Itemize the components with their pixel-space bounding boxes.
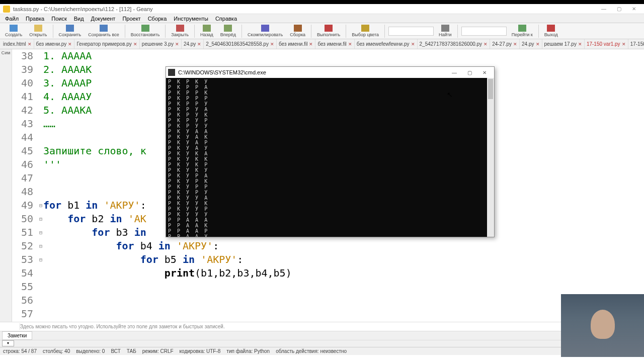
tab-2_542717837381626000.py[interactable]: 2_542717837381626000.py✕: [418, 39, 491, 49]
tab-без имени.fil[interactable]: без имени.fil✕: [277, 39, 315, 49]
tab-close-icon[interactable]: ✕: [133, 42, 137, 47]
fold-marker[interactable]: [38, 117, 43, 131]
code-line[interactable]: Запишите слово, к: [43, 144, 146, 158]
toolbar-input[interactable]: [461, 27, 507, 36]
tab-close-icon[interactable]: ✕: [484, 42, 488, 47]
tab-решение 3.py[interactable]: решение 3.py✕: [140, 39, 182, 49]
toolbar-Сохранить[interactable]: Сохранить: [56, 24, 85, 39]
menu-Инструменты[interactable]: Инструменты: [171, 15, 211, 23]
tab-close-icon[interactable]: ✕: [197, 42, 201, 47]
symbols-sidebar[interactable]: Сим: [0, 49, 12, 322]
cmd-maximize[interactable]: ▢: [462, 67, 477, 77]
toolbar-Закрыть[interactable]: Закрыть: [168, 24, 192, 39]
fold-marker[interactable]: ⊟: [38, 199, 43, 212]
tab-close-icon[interactable]: ✕: [348, 42, 352, 47]
tab-без имени.py[interactable]: без имени.py✕: [34, 39, 75, 49]
menu-Поиск[interactable]: Поиск: [48, 15, 69, 23]
fold-marker[interactable]: ⊟: [38, 226, 43, 239]
tab-index.html[interactable]: index.html✕: [1, 39, 34, 49]
code-line[interactable]: 3. ААААР: [43, 76, 92, 90]
tab-без имеwefewfewни.py[interactable]: без имеwefewfewни.py✕: [355, 39, 418, 49]
code-line[interactable]: 2. ААААК: [43, 63, 92, 76]
toolbar-Сборка[interactable]: Сборка: [287, 24, 308, 39]
cmd-minimize[interactable]: —: [447, 67, 462, 77]
fold-marker[interactable]: [38, 90, 43, 104]
fold-marker[interactable]: ⊟: [38, 253, 43, 266]
fold-marker[interactable]: ⊟: [38, 239, 43, 253]
maximize-button[interactable]: ▢: [612, 5, 626, 13]
menu-Вид[interactable]: Вид: [71, 15, 87, 23]
fold-marker[interactable]: [38, 158, 43, 171]
fold-marker[interactable]: [38, 144, 43, 158]
cmd-scrollbar[interactable]: [487, 78, 494, 237]
toolbar-Перейти к[interactable]: Перейти к: [509, 24, 536, 39]
notes-tab[interactable]: Заметки: [2, 331, 32, 340]
tab-close-icon[interactable]: ✕: [68, 42, 72, 47]
menu-Документ[interactable]: Документ: [88, 15, 119, 23]
tab-24-27.py[interactable]: 24-27.py✕: [490, 39, 520, 49]
fold-marker[interactable]: [38, 294, 43, 307]
code-line[interactable]: for b1 in 'АКРУ':: [43, 199, 146, 212]
code-line[interactable]: for b4 in 'АКРУ':: [43, 239, 219, 253]
fold-marker[interactable]: [38, 63, 43, 76]
fold-marker[interactable]: [38, 131, 43, 144]
fold-marker[interactable]: [38, 280, 43, 294]
code-line[interactable]: 5. АААКА: [43, 104, 92, 117]
fold-marker[interactable]: [38, 49, 43, 63]
code-line[interactable]: 1. ААААА: [43, 49, 92, 63]
tab-close-icon[interactable]: ✕: [513, 42, 517, 47]
scribble-area[interactable]: Здесь можно писать что угодно. Используй…: [0, 322, 644, 331]
tab-close-icon[interactable]: ✕: [578, 42, 582, 47]
tab-close-icon[interactable]: ✕: [175, 42, 179, 47]
menu-Справка[interactable]: Справка: [212, 15, 240, 23]
cmd-title-bar[interactable]: C:\WINDOWS\SYSTEM32\cmd.exe — ▢ ✕: [166, 67, 494, 78]
toolbar-Сохранить все[interactable]: Сохранить все: [85, 24, 122, 39]
fold-marker[interactable]: ⊟: [38, 212, 43, 226]
toolbar-Открыть[interactable]: Открыть: [26, 24, 50, 39]
toolbar-Выбор цвета[interactable]: Выбор цвета: [349, 24, 382, 39]
fold-marker[interactable]: [38, 104, 43, 117]
tab-close-icon[interactable]: ✕: [536, 42, 540, 47]
fold-marker[interactable]: [38, 171, 43, 185]
code-line[interactable]: for b5 in 'АКРУ':: [43, 253, 243, 266]
minimize-button[interactable]: —: [597, 5, 611, 13]
tab-без имени.fil[interactable]: без имени.fil✕: [315, 39, 354, 49]
menu-Сборка[interactable]: Сборка: [145, 15, 170, 23]
bottom-dropdown[interactable]: ▾: [0, 340, 644, 347]
tab-close-icon[interactable]: ✕: [270, 42, 274, 47]
code-line[interactable]: for b3 in: [43, 226, 146, 239]
toolbar-Создать[interactable]: Создать: [2, 24, 25, 39]
toolbar-Выход[interactable]: Выход: [541, 24, 561, 39]
code-line[interactable]: for b2 in 'АК: [43, 212, 146, 226]
tab-17-150 va.py[interactable]: 17-150 va.py✕: [628, 39, 644, 49]
tab-close-icon[interactable]: ✕: [28, 42, 32, 47]
fold-marker[interactable]: [38, 307, 43, 321]
tab-решаем 17.py[interactable]: решаем 17.py✕: [542, 39, 585, 49]
fold-marker[interactable]: [38, 266, 43, 280]
toolbar-Вперёд[interactable]: Вперёд: [217, 24, 239, 39]
cmd-output[interactable]: Р К Р К УР К Р Р АР К Р Р КР К Р Р РР К …: [166, 78, 494, 237]
menu-Правка[interactable]: Правка: [23, 15, 47, 23]
tab-close-icon[interactable]: ✕: [411, 42, 415, 47]
tab-24.py[interactable]: 24.py✕: [520, 39, 542, 49]
tab-17-150 var1.py[interactable]: 17-150 var1.py✕: [585, 39, 628, 49]
toolbar-Назад[interactable]: Назад: [197, 24, 216, 39]
tab-close-icon[interactable]: ✕: [622, 42, 626, 47]
toolbar-Восстановить[interactable]: Восстановить: [128, 24, 163, 39]
menu-Проект[interactable]: Проект: [119, 15, 143, 23]
code-line[interactable]: ……: [43, 117, 55, 131]
code-line[interactable]: ''': [43, 158, 61, 171]
code-line[interactable]: print(b1,b2,b3,b4,b5): [43, 266, 292, 280]
tab-24.py[interactable]: 24.py✕: [182, 39, 204, 49]
close-button[interactable]: ✕: [627, 5, 641, 13]
toolbar-input[interactable]: [388, 27, 434, 36]
fold-marker[interactable]: [38, 76, 43, 90]
fold-marker[interactable]: [38, 185, 43, 199]
menu-Файл[interactable]: Файл: [2, 15, 22, 23]
toolbar-Найти[interactable]: Найти: [436, 24, 455, 39]
toolbar-Скомпилировать[interactable]: Скомпилировать: [245, 24, 286, 39]
code-line[interactable]: 4. ААААУ: [43, 90, 92, 104]
toolbar-Выполнить[interactable]: Выполнить: [314, 24, 343, 39]
cmd-close[interactable]: ✕: [477, 67, 492, 77]
cmd-window[interactable]: C:\WINDOWS\SYSTEM32\cmd.exe — ▢ ✕ Р К Р …: [166, 66, 495, 237]
